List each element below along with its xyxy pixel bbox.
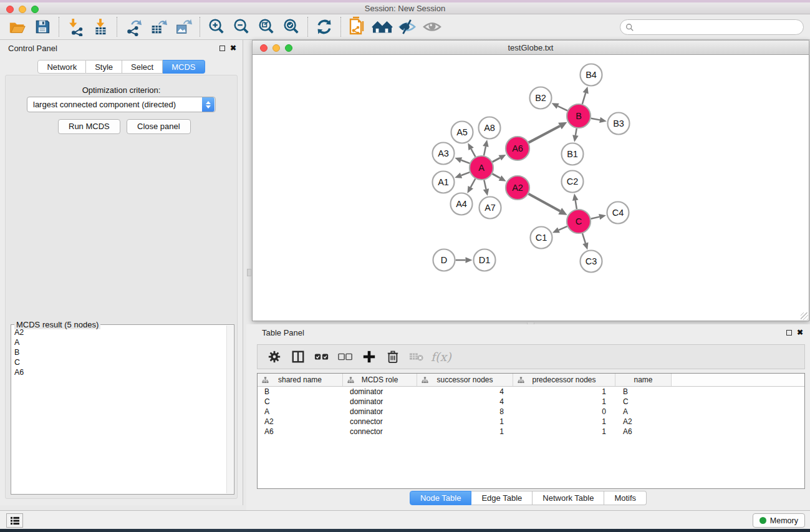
tab-network[interactable]: Network [37,60,86,74]
app-titlebar[interactable]: Session: New Session [0,2,810,14]
close-panel-button[interactable]: Close panel [127,119,191,134]
task-history-button[interactable] [6,513,23,528]
close-panel-icon[interactable]: ✖ [230,44,236,52]
graph-node-B1[interactable]: B1 [562,143,584,165]
run-mcds-button[interactable]: Run MCDS [58,119,120,134]
graph-edge-A-A3[interactable] [455,157,470,163]
graph-edge-A2-C[interactable] [529,194,567,215]
mcds-result-item[interactable]: B [12,347,226,357]
criterion-dropdown[interactable]: largest connected component (directed) [27,97,216,112]
cell-shared-name[interactable]: B [258,387,343,397]
graph-edge-C-C4[interactable] [591,214,606,220]
graph-node-A[interactable]: A [470,156,493,180]
graph-edge-A-A5[interactable] [468,143,475,157]
tab-motifs[interactable]: Motifs [604,491,647,505]
float-panel-icon[interactable] [219,46,225,51]
export-table-button[interactable] [146,16,171,38]
cell-predecessor-nodes[interactable]: 0 [513,407,615,417]
graph-edge-A6-B[interactable] [529,122,567,143]
tab-network-table[interactable]: Network Table [533,491,604,505]
table-settings-button[interactable] [264,347,285,367]
cell-predecessor-nodes[interactable]: 1 [513,427,615,437]
float-panel-icon[interactable] [786,330,792,336]
zoom-fit-button[interactable] [254,16,279,38]
cell-predecessor-nodes[interactable]: 1 [513,397,615,407]
table-row[interactable]: Adominator80A [258,407,804,417]
zoom-out-button[interactable] [229,16,254,38]
table-row[interactable]: Cdominator41C [258,397,804,407]
column-header-mcds-role[interactable]: MCDS role [343,374,417,386]
cell-predecessor-nodes[interactable]: 1 [513,387,615,397]
tab-node-table[interactable]: Node Table [410,491,472,505]
graph-node-A3[interactable]: A3 [433,143,455,165]
graph-edge-C-C1[interactable] [552,226,567,233]
graph-node-D1[interactable]: D1 [474,249,496,271]
show-view-button[interactable] [420,16,445,38]
export-network-button[interactable] [121,16,146,38]
open-session-button[interactable] [5,16,30,38]
cell-shared-name[interactable]: A2 [258,417,343,427]
tab-select[interactable]: Select [122,60,163,74]
tab-style[interactable]: Style [86,60,122,74]
graph-node-C1[interactable]: C1 [531,227,552,249]
mcds-result-item[interactable]: A [12,337,226,347]
mcds-result-item[interactable]: A6 [12,367,226,377]
graph-node-C3[interactable]: C3 [581,251,602,273]
cell-shared-name[interactable]: C [258,397,343,407]
import-table-button[interactable] [88,16,113,38]
graph-node-C2[interactable]: C2 [562,171,584,193]
add-column-button[interactable] [359,347,380,367]
cell-mcds-role[interactable]: dominator [343,407,417,417]
graph-edge-A-A6[interactable] [493,155,506,162]
import-network-button[interactable] [63,16,88,38]
graph-node-A4[interactable]: A4 [451,193,473,215]
cell-successor-nodes[interactable]: 1 [417,417,513,427]
cell-successor-nodes[interactable]: 1 [417,427,513,437]
table-row[interactable]: A6connector11A6 [258,427,804,437]
graph-edge-A-A7[interactable] [483,180,489,196]
close-panel-icon[interactable]: ✖ [797,328,803,337]
delete-table-button[interactable] [406,347,427,367]
result-scrollbar[interactable] [226,326,233,493]
graph-edge-B-B1[interactable] [572,128,578,142]
graph-edge-A-A4[interactable] [467,179,475,193]
graph-edge-A-A8[interactable] [483,140,488,155]
memory-button[interactable]: Memory [753,513,805,528]
cell-name[interactable]: A2 [615,417,672,427]
network-window-titlebar[interactable]: testGlobe.txt [252,40,809,55]
tab-edge-table[interactable]: Edge Table [471,491,533,505]
select-all-button[interactable] [311,347,332,367]
cell-name[interactable]: A6 [615,427,672,437]
export-image-button[interactable] [171,16,196,38]
cell-successor-nodes[interactable]: 4 [417,397,513,407]
cell-mcds-role[interactable]: dominator [343,397,417,407]
search-input[interactable] [634,21,803,34]
cell-successor-nodes[interactable]: 4 [417,387,513,397]
tab-mcds[interactable]: MCDS [163,60,205,74]
mcds-result-item[interactable]: C [12,357,226,367]
graph-node-A6[interactable]: A6 [506,137,529,160]
graph-node-B3[interactable]: B3 [608,113,630,135]
splitter-handle[interactable] [247,269,251,276]
resize-grip-icon[interactable] [801,312,808,320]
graph-node-B[interactable]: B [567,104,591,128]
cell-name[interactable]: C [615,397,672,407]
graph-edge-A-A2[interactable] [493,174,506,181]
deselect-all-button[interactable] [335,347,356,367]
graph-node-A8[interactable]: A8 [479,117,501,139]
cell-shared-name[interactable]: A6 [258,427,343,437]
cell-name[interactable]: A [615,407,672,417]
network-canvas[interactable]: B4B2BB3A5A8A6A3B1AA1C2A2A4A7C4CC1DD1C3 [252,55,809,321]
column-header-predecessor-nodes[interactable]: predecessor nodes [513,374,615,386]
column-selector-button[interactable] [287,347,309,367]
graph-edge-C-C2[interactable] [572,193,578,209]
graph-edge-D-D1[interactable] [456,257,473,263]
graph-node-B4[interactable]: B4 [581,64,602,86]
graph-node-A1[interactable]: A1 [433,172,455,193]
delete-column-button[interactable] [382,347,403,367]
table-row[interactable]: A2connector11A2 [258,417,804,427]
column-header-shared-name[interactable]: shared name [258,374,343,386]
zoom-in-button[interactable] [204,16,229,38]
cell-predecessor-nodes[interactable]: 1 [513,417,615,427]
graph-edge-C-C3[interactable] [582,233,589,249]
